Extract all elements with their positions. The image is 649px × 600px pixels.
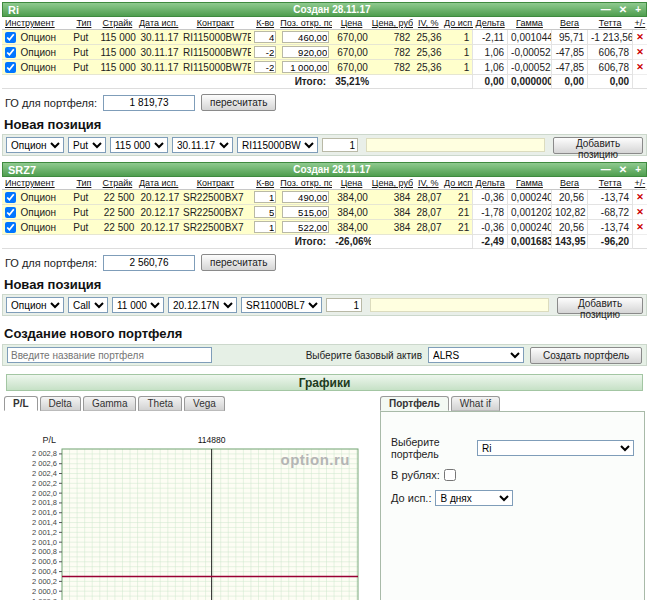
margin-input[interactable] — [103, 95, 195, 111]
cell-theta: -1 213,56 — [588, 30, 633, 45]
settings-tab-what-if[interactable]: What if — [451, 396, 500, 411]
column-header[interactable]: Дата исп. — [137, 17, 180, 30]
open-price-input[interactable] — [282, 206, 329, 218]
column-header[interactable]: Цена — [332, 177, 371, 190]
column-header[interactable]: Дельта — [473, 17, 508, 30]
delete-row-icon[interactable]: ✕ — [636, 222, 644, 232]
recalculate-button[interactable]: пересчитать — [201, 254, 276, 271]
np-date-select[interactable]: 30.11.17 — [172, 137, 233, 153]
column-header[interactable]: Вега — [551, 17, 587, 30]
chart-tab-p-l[interactable]: P/L — [4, 396, 38, 411]
y-tick-label: 2 001,4 — [32, 518, 57, 527]
close-icon[interactable]: ✕ — [619, 4, 627, 15]
y-tick-label: 2 001,0 — [32, 538, 57, 547]
chart-tab-delta[interactable]: Delta — [40, 396, 81, 411]
column-header[interactable]: Тетта — [588, 177, 633, 190]
column-header[interactable]: Тетта — [588, 17, 633, 30]
position-checkbox[interactable] — [5, 32, 16, 43]
qty-input[interactable] — [254, 206, 276, 218]
minimize-icon[interactable]: — — [601, 4, 611, 15]
qty-input[interactable] — [254, 191, 276, 203]
close-icon[interactable]: ✕ — [619, 164, 627, 175]
position-checkbox[interactable] — [5, 222, 16, 233]
column-header[interactable]: IV, % — [413, 177, 443, 190]
position-checkbox[interactable] — [5, 207, 16, 218]
qty-input[interactable] — [254, 31, 276, 43]
np-date-select[interactable]: 20.12.17N — [168, 297, 237, 313]
column-header[interactable]: Гамма — [508, 177, 552, 190]
position-checkbox[interactable] — [5, 62, 16, 73]
base-asset-select[interactable]: ALRS — [428, 347, 524, 363]
np-contract-select[interactable]: SR11000BL7 — [241, 297, 322, 313]
np-contract-select[interactable]: RI115000BW — [237, 137, 318, 153]
column-header[interactable]: Поз. откр. по — [279, 177, 332, 190]
np-price-input[interactable] — [370, 298, 549, 312]
column-header[interactable]: IV, % — [413, 17, 443, 30]
qty-input[interactable] — [254, 221, 276, 233]
delete-row-icon[interactable]: ✕ — [636, 207, 644, 217]
np-kind-select[interactable]: Опцион — [6, 297, 64, 313]
cell-expiry-date: 20.12.17 — [137, 205, 180, 220]
qty-input[interactable] — [254, 61, 276, 73]
add-icon[interactable]: + — [635, 4, 641, 15]
column-header[interactable]: Дельта — [473, 177, 508, 190]
column-header[interactable]: Дата исп. — [137, 177, 180, 190]
position-checkbox[interactable] — [5, 192, 16, 203]
rubles-checkbox[interactable] — [444, 469, 456, 481]
np-strike-select[interactable]: 115 000 — [110, 137, 168, 153]
add-icon[interactable]: + — [635, 164, 641, 175]
column-header[interactable]: Цена — [332, 17, 371, 30]
add-position-button[interactable]: Добавить позицию — [553, 137, 643, 154]
column-header[interactable]: Цена, руб. — [371, 17, 414, 30]
open-price-input[interactable] — [282, 191, 329, 203]
np-strike-select[interactable]: 11 000 — [112, 297, 164, 313]
np-type-select[interactable]: Put — [68, 137, 106, 153]
column-header[interactable]: До исп. — [443, 177, 473, 190]
qty-input[interactable] — [254, 46, 276, 58]
open-price-input[interactable] — [282, 221, 329, 233]
np-kind-select[interactable]: Опцион — [6, 137, 64, 153]
column-header[interactable]: К-во — [251, 177, 279, 190]
np-type-select[interactable]: Call — [68, 297, 108, 313]
column-header[interactable]: К-во — [251, 17, 279, 30]
add-position-button[interactable]: Добавить позицию — [557, 297, 643, 314]
column-header[interactable]: До исп. — [443, 17, 473, 30]
open-price-input[interactable] — [282, 31, 329, 43]
column-header[interactable]: Тип — [70, 17, 97, 30]
open-price-input[interactable] — [282, 61, 329, 73]
column-header[interactable]: Инструмент — [2, 177, 70, 190]
position-checkbox[interactable] — [5, 47, 16, 58]
chart-tab-vega[interactable]: Vega — [184, 396, 225, 411]
column-header[interactable]: Контракт — [180, 17, 251, 30]
settings-tab-портфель[interactable]: Портфель — [380, 396, 449, 411]
column-header[interactable]: Поз. откр. по — [279, 17, 332, 30]
portfolio-name-input[interactable] — [7, 347, 212, 363]
minimize-icon[interactable]: — — [601, 164, 611, 175]
column-header[interactable]: +/- — [633, 177, 647, 190]
column-header[interactable]: Инструмент — [2, 17, 70, 30]
column-header[interactable]: Контракт — [180, 177, 251, 190]
column-header[interactable]: Гамма — [508, 17, 552, 30]
margin-row: ГО для портфеля: пересчитать — [2, 249, 647, 274]
column-header[interactable]: +/- — [633, 17, 647, 30]
chart-tab-gamma[interactable]: Gamma — [83, 396, 137, 411]
np-qty-input[interactable] — [326, 298, 362, 312]
open-price-input[interactable] — [282, 46, 329, 58]
column-header[interactable]: Цена, руб. — [371, 177, 414, 190]
chart-tab-theta[interactable]: Theta — [138, 396, 182, 411]
recalculate-button[interactable]: пересчитать — [201, 94, 276, 111]
portfolio-select[interactable]: Ri — [477, 440, 634, 456]
create-portfolio-button[interactable]: Создать портфель — [530, 347, 642, 364]
column-header[interactable]: Страйк — [97, 177, 137, 190]
margin-input[interactable] — [103, 255, 195, 271]
column-header[interactable]: Вега — [551, 177, 587, 190]
np-qty-input[interactable] — [322, 138, 358, 152]
column-header[interactable]: Страйк — [97, 17, 137, 30]
days-select[interactable]: В днях — [435, 490, 513, 506]
column-header[interactable]: Тип — [70, 177, 97, 190]
delete-row-icon[interactable]: ✕ — [636, 47, 644, 57]
delete-row-icon[interactable]: ✕ — [636, 32, 644, 42]
delete-row-icon[interactable]: ✕ — [636, 192, 644, 202]
delete-row-icon[interactable]: ✕ — [636, 62, 644, 72]
np-price-input[interactable] — [366, 138, 545, 152]
